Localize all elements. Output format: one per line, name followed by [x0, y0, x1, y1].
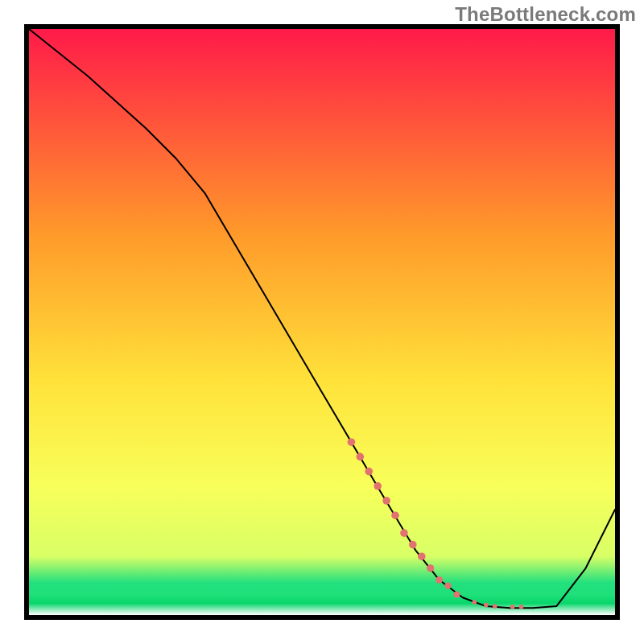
- highlight-dot: [519, 605, 524, 609]
- highlight-dot: [357, 453, 365, 461]
- highlight-dot: [453, 592, 460, 598]
- highlight-dot: [427, 564, 434, 572]
- highlight-dot: [348, 438, 356, 446]
- watermark-text: TheBottleneck.com: [455, 3, 636, 26]
- highlight-dot: [484, 603, 489, 608]
- highlight-dot: [382, 497, 390, 505]
- highlight-dot: [365, 468, 373, 476]
- highlight-dot: [510, 605, 515, 609]
- highlight-dot: [418, 552, 426, 560]
- highlight-dot: [409, 541, 417, 549]
- highlight-dot: [391, 511, 399, 519]
- highlight-dot: [374, 482, 382, 490]
- plot-area: [24, 24, 620, 620]
- chart-svg: [29, 29, 615, 615]
- highlight-dot: [436, 576, 443, 584]
- chart-frame: TheBottleneck.com: [0, 0, 644, 644]
- highlight-dot: [493, 604, 497, 609]
- highlight-dot: [400, 529, 408, 537]
- highlight-dot: [444, 582, 451, 588]
- highlight-dot: [473, 600, 477, 605]
- gradient-background: [29, 29, 615, 615]
